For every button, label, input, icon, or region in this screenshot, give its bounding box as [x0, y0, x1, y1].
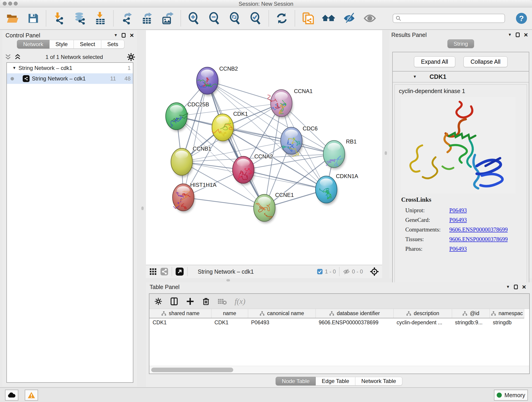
show-columns-icon[interactable]	[170, 297, 178, 306]
expand-all-button[interactable]: Expand All	[414, 56, 455, 67]
edge-HIST1H1A-CCNE1[interactable]	[183, 197, 264, 208]
tab-sets[interactable]: Sets	[101, 40, 124, 49]
function-builder-icon[interactable]: f(x)	[234, 297, 245, 306]
zoom-in-button[interactable]	[185, 9, 203, 27]
zoom-fit-button[interactable]	[226, 9, 244, 27]
table-options-gear-icon[interactable]	[154, 298, 162, 305]
crosslink-link[interactable]: P06493	[449, 246, 467, 252]
expand-all-networks-icon[interactable]	[4, 54, 12, 61]
collection-expand-caret[interactable]: ▼	[12, 66, 16, 70]
node-CDC25B[interactable]: CDC25B	[166, 101, 209, 132]
edge-CCNB2-CCNE1[interactable]	[207, 81, 264, 208]
tab-edge-table[interactable]: Edge Table	[316, 377, 355, 385]
node-CCNB2[interactable]: CCNB2	[196, 65, 238, 96]
node-CCNA1[interactable]: CCNA1	[268, 88, 313, 119]
crosslink-link[interactable]: 9606.ENSP00000378699	[449, 226, 508, 233]
tab-style[interactable]: Style	[50, 40, 74, 49]
horizontal-splitter-handle[interactable]	[226, 279, 230, 281]
delete-table-icon[interactable]	[218, 298, 227, 305]
cloud-status-button[interactable]	[5, 390, 18, 401]
column-header-canonical-name[interactable]: canonical name	[248, 309, 316, 318]
results-panel-menu-caret[interactable]: ▼	[508, 32, 512, 37]
column-header-description[interactable]: description	[393, 309, 452, 318]
collapse-all-networks-icon[interactable]	[14, 54, 22, 61]
warning-status-button[interactable]	[25, 390, 38, 401]
gene-section-header[interactable]: ▼ CDK1	[393, 71, 529, 83]
edge-CCNA2-CDKN1A[interactable]	[243, 170, 326, 190]
node-table[interactable]: shared namename canonical name database …	[149, 309, 529, 366]
node-CCNB1[interactable]: CCNB1	[171, 146, 211, 177]
network-share-icon[interactable]	[160, 268, 168, 276]
network-options-gear-icon[interactable]	[127, 53, 135, 61]
network-graph[interactable]: CCNB2CCNA1CDC25BCDK1CDC6RB1CCNB1CCNA2CDK…	[146, 30, 382, 265]
table-cell[interactable]: P06493	[248, 318, 316, 327]
import-network-file-button[interactable]	[50, 9, 68, 27]
help-button[interactable]: ?	[516, 13, 527, 24]
show-panel-button[interactable]	[361, 9, 379, 27]
edge-CCNB2-HIST1H1A[interactable]	[183, 81, 207, 197]
collapse-all-button[interactable]: Collapse All	[463, 56, 508, 67]
column-header--id[interactable]: @id	[452, 309, 490, 318]
table-cell[interactable]: 9606.ENSP00000378699	[316, 318, 393, 327]
column-header-name[interactable]: name	[211, 309, 248, 318]
tab-string[interactable]: String	[447, 39, 474, 48]
float-panel-icon[interactable]	[514, 285, 518, 289]
crosshair-icon[interactable]	[370, 267, 379, 276]
memory-button[interactable]: Memory	[494, 390, 528, 401]
save-session-button[interactable]	[24, 9, 42, 27]
gene-section-caret[interactable]: ▼	[413, 75, 417, 79]
column-header-namespac[interactable]: namespac	[490, 309, 524, 318]
crosslink-link[interactable]: P06493	[449, 207, 467, 214]
crosslink-link[interactable]: P06493	[449, 217, 467, 223]
network-collection-row[interactable]: ▼ String Network – cdk1 1	[7, 63, 133, 73]
delete-column-icon[interactable]	[202, 297, 210, 306]
node-CDK1[interactable]: CDK1	[212, 111, 248, 143]
control-panel-menu-caret[interactable]: ▼	[114, 33, 118, 38]
grid-view-icon[interactable]	[149, 268, 157, 275]
column-header-shared-name[interactable]: shared name	[149, 309, 211, 318]
float-panel-icon[interactable]	[122, 33, 126, 38]
search-input[interactable]	[393, 14, 505, 23]
close-panel-icon[interactable]: ×	[130, 33, 134, 38]
table-hscrollbar[interactable]	[149, 366, 529, 374]
node-CCNE1[interactable]: CCNE1	[254, 192, 294, 223]
string-import-button[interactable]	[299, 9, 317, 27]
open-session-button[interactable]	[3, 9, 22, 27]
hide-panel-button[interactable]	[340, 9, 358, 27]
left-splitter-handle[interactable]	[141, 206, 144, 210]
table-cell[interactable]: stringdb	[490, 318, 524, 327]
home-networks-button[interactable]	[319, 9, 338, 27]
refresh-button[interactable]	[273, 9, 291, 27]
network-canvas[interactable]: CCNB2CCNA1CDC25BCDK1CDC6RB1CCNB1CCNA2CDK…	[146, 30, 382, 265]
crosslink-link[interactable]: 9606.ENSP00000378699	[449, 236, 508, 242]
float-panel-icon[interactable]	[516, 32, 520, 37]
birdseye-view-icon[interactable]	[175, 267, 184, 276]
add-column-icon[interactable]	[186, 297, 194, 306]
export-table-button[interactable]	[138, 9, 156, 27]
scrollbar-thumb[interactable]	[151, 368, 233, 372]
import-network-database-button[interactable]	[70, 9, 89, 27]
table-cell[interactable]: cyclin-dependent ...	[393, 318, 452, 327]
table-cell[interactable]: CDK1	[149, 318, 211, 327]
right-splitter-handle[interactable]	[385, 151, 387, 155]
network-row[interactable]: String Network – cdk1 11 48	[7, 73, 133, 84]
node-CDKN1A[interactable]: CDKN1A	[316, 173, 358, 205]
tab-select[interactable]: Select	[74, 40, 101, 49]
table-cell[interactable]: CDK1	[211, 318, 248, 327]
zoom-out-button[interactable]	[205, 9, 224, 27]
table-panel-menu-caret[interactable]: ▼	[506, 285, 510, 289]
export-network-button[interactable]	[117, 9, 136, 27]
tab-network-table[interactable]: Network Table	[355, 377, 402, 385]
table-cell[interactable]: stringdb:9...	[452, 318, 490, 327]
close-panel-icon[interactable]: ×	[524, 32, 528, 37]
import-table-file-button[interactable]	[91, 9, 109, 27]
node-HIST1H1A[interactable]: HIST1H1A	[172, 182, 216, 213]
zoom-selected-button[interactable]	[247, 9, 265, 27]
tab-network[interactable]: Network	[17, 40, 50, 49]
close-panel-icon[interactable]: ×	[522, 285, 526, 289]
tab-node-table[interactable]: Node Table	[276, 377, 316, 385]
column-header-database-identifier[interactable]: database identifier	[316, 309, 393, 318]
export-image-button[interactable]	[158, 9, 177, 27]
table-row[interactable]: CDK1CDK1P064939606.ENSP00000378699cyclin…	[149, 318, 524, 327]
node-RB1[interactable]: RB1	[323, 138, 357, 169]
